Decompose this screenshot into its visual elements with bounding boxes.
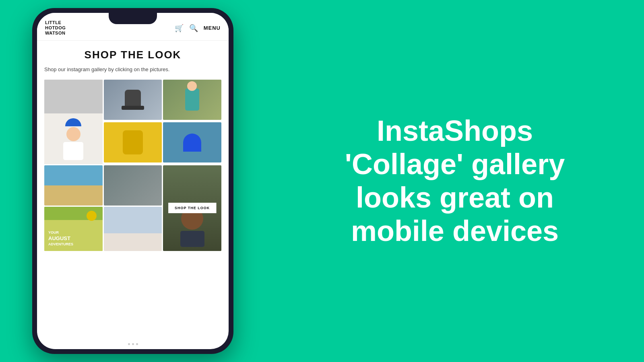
- brand-logo: LITTLE HOTDOG WATSON: [45, 20, 66, 36]
- header-icons: 🛒 🔍 MENU: [175, 24, 221, 33]
- photo-cell-bw-hat[interactable]: [104, 80, 162, 120]
- phone-dots: [37, 339, 229, 349]
- photo-cell-august[interactable]: Your AUGUST Adventures: [44, 207, 103, 251]
- photo-cell-walking[interactable]: [104, 207, 162, 251]
- app-content: SHOP THE LOOK Shop our instagram gallery…: [37, 41, 229, 339]
- dot-2: [132, 343, 134, 345]
- phone-notch: [109, 13, 157, 24]
- menu-label[interactable]: MENU: [204, 25, 221, 31]
- shop-the-look-overlay[interactable]: SHOP THE LOOK: [168, 203, 216, 213]
- photo-cell-blue-hat[interactable]: [163, 122, 221, 162]
- photo-cell-teal-child[interactable]: [163, 80, 221, 120]
- dot-3: [136, 343, 138, 345]
- photo-cell-stripe[interactable]: [104, 165, 162, 206]
- shop-the-look-title: SHOP THE LOOK: [44, 49, 221, 61]
- dot-1: [128, 343, 130, 345]
- shop-subtitle: Shop our instagram gallery by clicking o…: [44, 66, 221, 73]
- photo-cell-sea[interactable]: [44, 165, 103, 206]
- phone-screen: LITTLE HOTDOG WATSON 🛒 🔍 MENU SHOP THE L…: [37, 13, 229, 349]
- right-panel: InstaShops 'Collage' gallery looks great…: [266, 0, 644, 362]
- search-icon[interactable]: 🔍: [189, 24, 198, 33]
- cart-icon[interactable]: 🛒: [175, 24, 184, 33]
- collage-grid: SHOP THE LOOK Your AUGUST Adventures: [44, 80, 221, 251]
- august-text: Your AUGUST Adventures: [48, 230, 73, 247]
- dark-body: [180, 231, 204, 247]
- photo-cell-dark-child[interactable]: SHOP THE LOOK: [163, 165, 221, 251]
- headline-text: InstaShops 'Collage' gallery looks great…: [345, 114, 565, 247]
- phone-frame: LITTLE HOTDOG WATSON 🛒 🔍 MENU SHOP THE L…: [32, 8, 233, 354]
- photo-cell-yellow-hat[interactable]: [104, 122, 162, 162]
- photo-cell-child-sitting[interactable]: [44, 80, 103, 164]
- left-panel: LITTLE HOTDOG WATSON 🛒 🔍 MENU SHOP THE L…: [0, 0, 266, 362]
